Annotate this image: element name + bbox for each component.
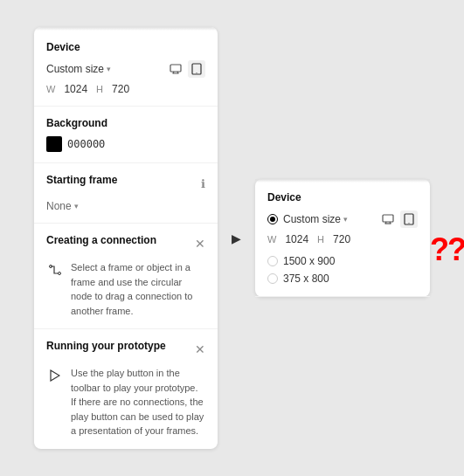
creating-connection-text: Select a frame or object in a frame and …: [71, 260, 205, 318]
right-h-label: H: [317, 234, 324, 245]
right-device-section: Device Custom size ▾: [255, 183, 430, 297]
custom-size-dropdown[interactable]: Custom size ▾: [46, 63, 111, 75]
h-label: H: [96, 84, 103, 94]
creating-connection-header: Creating a connection ✕: [46, 234, 205, 253]
none-row[interactable]: None ▾: [46, 200, 205, 212]
right-desktop-icon[interactable]: [379, 210, 397, 228]
device-section: Device Custom size ▾: [34, 31, 218, 107]
background-title: Background: [46, 117, 205, 129]
running-prototype-body: Use the play button in the toolbar to pl…: [46, 366, 205, 438]
option2-radio[interactable]: [267, 273, 278, 284]
right-tablet-icon[interactable]: [400, 210, 418, 228]
right-panel: Device Custom size ▾: [255, 179, 430, 297]
creating-connection-section: Creating a connection ✕ Select a frame o…: [34, 224, 218, 329]
wh-row: W 1024 H 720: [46, 83, 205, 95]
device-icons: [167, 60, 205, 78]
custom-size-selected-row: Custom size ▾: [267, 210, 348, 228]
right-w-value: 1024: [285, 233, 308, 245]
right-wh-row: W 1024 H 720: [267, 233, 418, 245]
option2-row[interactable]: 375 x 800: [267, 270, 418, 287]
w-label: W: [46, 84, 55, 94]
connection-icon: [46, 261, 64, 279]
tablet-icon[interactable]: [188, 60, 205, 78]
creating-connection-title: Creating a connection: [46, 234, 156, 246]
right-custom-size-label: Custom size: [283, 213, 341, 225]
color-row: 000000: [46, 136, 205, 152]
left-panel: Device Custom size ▾: [34, 27, 218, 449]
info-icon: ℹ: [201, 177, 205, 190]
svg-rect-8: [383, 215, 393, 222]
svg-point-5: [197, 72, 197, 73]
svg-rect-0: [170, 65, 181, 72]
close-prototype-button[interactable]: ✕: [195, 343, 205, 355]
option1-radio[interactable]: [267, 256, 278, 266]
svg-point-7: [59, 272, 61, 275]
arrow-divider: ▶: [232, 231, 241, 245]
chevron-down-icon: ▾: [107, 65, 111, 73]
right-device-icons: [379, 210, 418, 228]
running-prototype-title: Running your prototype: [46, 340, 166, 352]
running-prototype-section: Running your prototype ✕ Use the play bu…: [34, 329, 218, 449]
color-value: 000000: [67, 138, 105, 150]
creating-connection-body: Select a frame or object in a frame and …: [46, 260, 205, 318]
custom-size-radio[interactable]: [267, 214, 278, 224]
right-chevron-down-icon: ▾: [343, 215, 348, 224]
question-marks: ???: [430, 231, 464, 267]
running-prototype-header: Running your prototype ✕: [46, 340, 205, 359]
starting-frame-section: Starting frame ℹ None ▾: [34, 163, 218, 224]
starting-frame-title: Starting frame: [46, 174, 117, 186]
option1-row[interactable]: 1500 x 900: [267, 252, 418, 270]
starting-frame-header: Starting frame ℹ: [46, 174, 205, 193]
running-prototype-text: Use the play button in the toolbar to pl…: [71, 366, 205, 438]
play-icon: [46, 367, 64, 384]
option1-label: 1500 x 900: [283, 255, 335, 267]
none-chevron-icon: ▾: [74, 202, 79, 210]
h-value: 720: [112, 83, 129, 95]
custom-size-row: Custom size ▾: [46, 60, 205, 78]
option2-label: 375 x 800: [283, 272, 329, 285]
right-h-value: 720: [333, 233, 350, 245]
right-custom-size-row: Custom size ▾: [267, 210, 418, 228]
right-device-title: Device: [267, 191, 418, 204]
svg-point-13: [409, 223, 410, 224]
w-value: 1024: [64, 83, 87, 95]
right-w-label: W: [267, 234, 276, 245]
close-connection-button[interactable]: ✕: [195, 238, 205, 250]
background-section: Background 000000: [34, 107, 218, 163]
custom-size-label-text: Custom size: [46, 63, 104, 75]
none-value: None: [46, 200, 72, 212]
desktop-icon[interactable]: [167, 60, 184, 78]
device-title: Device: [46, 41, 205, 53]
right-custom-size-dropdown[interactable]: Custom size ▾: [283, 213, 348, 225]
color-swatch[interactable]: [46, 136, 62, 152]
